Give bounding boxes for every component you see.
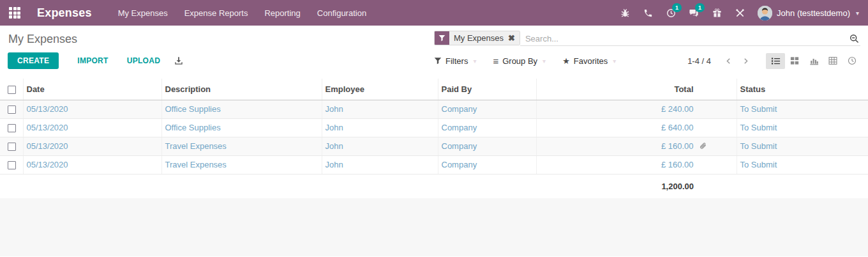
search-minus-icon[interactable] — [846, 34, 860, 43]
search-facet[interactable]: My Expenses ✖ — [434, 31, 520, 45]
column-header-description[interactable]: Description — [161, 79, 322, 100]
cell-paid-by[interactable]: Company — [438, 137, 536, 155]
cell-date[interactable]: 05/13/2020 — [23, 118, 161, 137]
cell-employee[interactable]: John — [322, 118, 438, 137]
cell-total[interactable]: £ 640.00 — [536, 118, 737, 137]
favorites-star-icon: ★ — [562, 56, 570, 66]
user-avatar — [758, 6, 772, 20]
caret-down-icon: ▾ — [473, 58, 476, 65]
cell-status[interactable]: To Submit — [737, 155, 868, 174]
search-input-area — [520, 31, 860, 46]
table-row[interactable]: 05/13/2020 Office Supplies John Company … — [0, 118, 868, 137]
cell-employee[interactable]: John — [322, 137, 438, 155]
pager-range: 1-4 / 4 — [687, 56, 711, 66]
table-row[interactable]: 05/13/2020 Office Supplies John Company … — [0, 100, 868, 118]
cell-date[interactable]: 05/13/2020 — [23, 155, 161, 174]
search-input[interactable] — [520, 34, 846, 43]
facet-filter-icon — [435, 31, 449, 45]
cell-description[interactable]: Office Supplies — [161, 100, 322, 118]
row-checkbox[interactable] — [8, 161, 16, 169]
pager-next-button[interactable] — [737, 56, 754, 66]
app-menu: My Expenses Expense Reports Reporting Co… — [110, 0, 375, 26]
user-name: John (testtestdemo) — [777, 8, 850, 18]
paperclip-icon — [699, 142, 707, 150]
favorites-label: Favorites — [574, 56, 608, 66]
chevron-left-icon — [725, 58, 732, 65]
user-menu[interactable]: John (testtestdemo) ▾ — [751, 0, 868, 26]
messages-icon[interactable]: 1 — [682, 0, 705, 26]
table-row[interactable]: 05/13/2020 Travel Expenses John Company … — [0, 137, 868, 155]
chevron-right-icon — [742, 58, 749, 65]
list-view-icon — [771, 56, 781, 66]
column-header-paid-by[interactable]: Paid By — [438, 79, 536, 100]
cell-description[interactable]: Office Supplies — [161, 118, 322, 137]
cell-description[interactable]: Travel Expenses — [161, 137, 322, 155]
table-row[interactable]: 05/13/2020 Travel Expenses John Company … — [0, 155, 868, 174]
column-header-employee[interactable]: Employee — [322, 79, 438, 100]
table-footer-row: 1,200.00 — [0, 174, 868, 198]
filters-dropdown[interactable]: Filters ▾ — [434, 56, 476, 66]
tools-icon[interactable] — [728, 0, 751, 26]
import-button[interactable]: IMPORT — [77, 56, 108, 65]
column-header-date[interactable]: Date — [23, 79, 161, 100]
group-by-label: Group By — [502, 56, 537, 66]
pager-and-views: 1-4 / 4 — [687, 51, 862, 70]
page-background — [0, 198, 868, 256]
app-name: Expenses — [37, 6, 92, 20]
search-options: Filters ▾ ≡ Group By ▾ ★ Favorites ▾ — [434, 51, 616, 70]
table-header-row: Date Description Employee Paid By Total … — [0, 79, 868, 100]
expense-list: Date Description Employee Paid By Total … — [0, 70, 868, 198]
view-graph-button[interactable] — [804, 53, 823, 69]
facet-remove-icon[interactable]: ✖ — [508, 34, 515, 42]
activity-badge: 1 — [672, 3, 682, 12]
column-header-total[interactable]: Total — [536, 79, 737, 100]
row-checkbox[interactable] — [8, 124, 16, 132]
gift-icon[interactable] — [705, 0, 728, 26]
apps-grid-icon — [9, 7, 20, 19]
apps-menu-button[interactable] — [0, 0, 29, 26]
cell-description[interactable]: Travel Expenses — [161, 155, 322, 174]
menu-my-expenses[interactable]: My Expenses — [110, 0, 176, 26]
filters-label: Filters — [445, 56, 468, 66]
menu-reporting[interactable]: Reporting — [256, 0, 308, 26]
view-pivot-button[interactable] — [823, 53, 842, 69]
footer-total: 1,200.00 — [536, 174, 737, 198]
cell-status[interactable]: To Submit — [737, 100, 868, 118]
activity-view-icon — [848, 56, 857, 65]
cell-paid-by[interactable]: Company — [438, 155, 536, 174]
cell-employee[interactable]: John — [322, 155, 438, 174]
group-by-bars-icon: ≡ — [493, 56, 498, 66]
upload-button[interactable]: UPLOAD — [127, 56, 160, 65]
view-kanban-button[interactable] — [785, 53, 804, 69]
filter-funnel-icon — [434, 57, 442, 65]
cell-date[interactable]: 05/13/2020 — [23, 100, 161, 118]
cell-total[interactable]: £ 160.00 — [536, 155, 737, 174]
cell-date[interactable]: 05/13/2020 — [23, 137, 161, 155]
caret-down-icon: ▾ — [542, 58, 546, 65]
debug-bug-icon[interactable] — [613, 0, 636, 26]
row-checkbox[interactable] — [8, 105, 16, 114]
phone-icon[interactable] — [636, 0, 659, 26]
column-header-status[interactable]: Status — [737, 79, 868, 100]
cell-total[interactable]: £ 160.00 — [536, 137, 737, 155]
cell-status[interactable]: To Submit — [737, 118, 868, 137]
cell-status[interactable]: To Submit — [737, 137, 868, 155]
menu-configuration[interactable]: Configuration — [309, 0, 375, 26]
view-list-button[interactable] — [766, 53, 785, 69]
activity-clock-icon[interactable]: 1 — [659, 0, 682, 26]
menu-expense-reports[interactable]: Expense Reports — [176, 0, 257, 26]
cell-employee[interactable]: John — [322, 100, 438, 118]
kanban-view-icon — [790, 56, 799, 65]
pager-previous-button[interactable] — [720, 56, 737, 66]
favorites-dropdown[interactable]: ★ Favorites ▾ — [562, 56, 616, 66]
view-activity-button[interactable] — [842, 53, 862, 69]
select-all-checkbox[interactable] — [8, 86, 16, 94]
cell-paid-by[interactable]: Company — [438, 118, 536, 137]
export-download-button[interactable] — [174, 56, 183, 65]
create-button[interactable]: CREATE — [8, 52, 59, 69]
group-by-dropdown[interactable]: ≡ Group By ▾ — [493, 56, 546, 66]
row-checkbox[interactable] — [8, 143, 16, 151]
cell-paid-by[interactable]: Company — [438, 100, 536, 118]
cell-total[interactable]: £ 240.00 — [536, 100, 737, 118]
pivot-view-icon — [828, 56, 837, 65]
